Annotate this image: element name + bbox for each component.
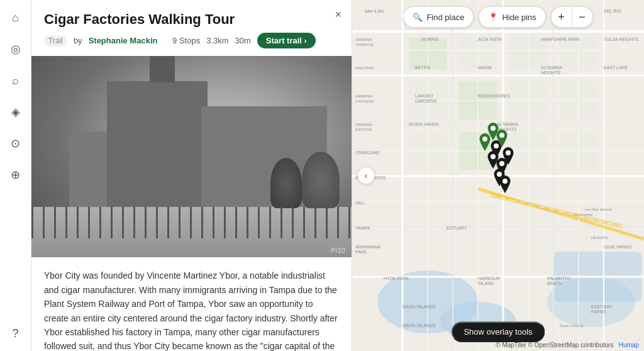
find-place-label: Find place xyxy=(426,13,464,22)
svg-text:HARBOUR: HARBOUR xyxy=(478,276,500,281)
svg-text:South 22nd St: South 22nd St xyxy=(560,324,584,328)
svg-text:RIVER HAVEN: RIVER HAVEN xyxy=(409,122,438,126)
panel-body: Ybor City was founded by Vincente Martin… xyxy=(31,257,352,351)
sidebar-item-home[interactable]: ⌂ xyxy=(6,8,26,28)
svg-text:ALTAMIRA: ALTAMIRA xyxy=(541,65,562,70)
humap-link[interactable]: Humap xyxy=(619,342,639,348)
svg-text:EAST BAY: EAST BAY xyxy=(591,304,613,309)
svg-text:ARRAWANA: ARRAWANA xyxy=(355,245,380,249)
svg-text:ANA PARK: ANA PARK xyxy=(355,66,374,70)
svg-text:ARMENIA: ARMENIA xyxy=(355,123,372,126)
sidebar-item-help[interactable]: ? xyxy=(6,323,26,343)
svg-text:CRABCAKE: CRABCAKE xyxy=(355,150,380,155)
svg-text:HEIGHTS: HEIGHTS xyxy=(591,236,608,240)
close-button[interactable]: × xyxy=(335,9,341,20)
map-collapse-button[interactable]: ‹ xyxy=(357,167,375,184)
svg-point-92 xyxy=(506,150,511,155)
map-pin-7[interactable] xyxy=(495,130,509,147)
svg-text:RIVERSHORES: RIVERSHORES xyxy=(478,94,510,98)
map-toolbar: 🔍 Find place 📍 Hide pins + − xyxy=(352,6,644,28)
photo-credit: P/10 xyxy=(331,247,345,254)
start-trail-button[interactable]: Start trail › xyxy=(257,33,316,48)
svg-text:BEACH: BEACH xyxy=(547,281,562,286)
distance-info: 3.3km xyxy=(206,36,228,45)
map-pin-6[interactable] xyxy=(501,147,515,165)
find-place-button[interactable]: 🔍 Find place xyxy=(403,6,474,28)
sidebar-item-search[interactable]: ⌕ xyxy=(6,70,26,91)
zoom-in-button[interactable]: + xyxy=(552,7,572,27)
sidebar-item-explore[interactable]: ◎ xyxy=(6,39,26,59)
svg-text:ESTUARY: ESTUARY xyxy=(447,226,467,230)
panel-description: Ybor City was founded by Vincente Martin… xyxy=(44,269,339,351)
svg-text:DILL: DILL xyxy=(355,201,365,205)
svg-text:DIXIE FARMS: DIXIE FARMS xyxy=(604,245,632,249)
stops-info: 9 Stops xyxy=(172,36,200,45)
svg-text:ISLAND: ISLAND xyxy=(478,281,494,286)
panel-title: Cigar Factories Walking Tour xyxy=(44,11,339,28)
svg-text:TAMPA: TAMPA xyxy=(355,226,370,230)
svg-text:DAVIS ISLANDS: DAVIS ISLANDS xyxy=(402,323,436,328)
author-name: Stephanie Mackin xyxy=(89,36,158,45)
svg-point-93 xyxy=(499,133,504,138)
zoom-controls: + − xyxy=(551,6,593,28)
detail-panel: × Cigar Factories Walking Tour Trail by … xyxy=(31,0,352,351)
panel-meta: Trail by Stephanie Mackin · 9 Stops 3.3k… xyxy=(44,33,339,48)
svg-text:TERRACE: TERRACE xyxy=(355,43,374,47)
svg-text:ARMENIA: ARMENIA xyxy=(355,38,372,42)
attribution-text: © MapTiler © OpenStreetMap contributors xyxy=(496,342,613,348)
duration-info: 30m xyxy=(235,36,251,45)
map-area: ake-Leto MARCO WOODCLEFT OAKHURST DEL RI… xyxy=(352,0,644,351)
zoom-out-button[interactable]: − xyxy=(572,7,592,27)
svg-text:HEIGHTS: HEIGHTS xyxy=(541,70,560,75)
sidebar-item-location[interactable]: ⊙ xyxy=(6,133,26,153)
svg-text:HAMPSHIRE PARK: HAMPSHIRE PARK xyxy=(541,37,580,42)
sidebar-item-add[interactable]: ⊕ xyxy=(6,165,26,185)
svg-text:LAMONT: LAMONT xyxy=(415,94,434,98)
svg-text:ARMENIA: ARMENIA xyxy=(355,94,372,98)
svg-text:GARDENS: GARDENS xyxy=(415,99,437,103)
svg-text:GARDENS: GARDENS xyxy=(355,99,374,103)
svg-text:TULSA HEIGHTS: TULSA HEIGHTS xyxy=(604,37,639,42)
search-icon: 🔍 xyxy=(413,13,423,22)
svg-text:FARMS: FARMS xyxy=(591,309,606,314)
sidebar: ⌂ ◎ ⌕ ◈ ⊙ ⊕ ? xyxy=(0,0,31,351)
map-pin-9[interactable] xyxy=(498,176,512,193)
svg-text:PALMETTO: PALMETTO xyxy=(547,276,571,281)
svg-text:ALTA VISTA: ALTA VISTA xyxy=(478,37,502,42)
svg-text:PARK: PARK xyxy=(355,250,367,254)
pin-icon: 📍 xyxy=(488,13,498,22)
svg-text:HYDE PARK: HYDE PARK xyxy=(384,276,409,281)
svg-text:Lee Roy Semon: Lee Roy Semon xyxy=(585,208,612,211)
sidebar-item-layers[interactable]: ◈ xyxy=(6,102,26,122)
svg-point-95 xyxy=(502,179,508,184)
overlay-tools-button[interactable]: Show overlay tools xyxy=(451,321,545,342)
panel-header: × Cigar Factories Walking Tour Trail by … xyxy=(31,0,352,56)
meta-sep1: · xyxy=(164,36,166,45)
hide-pins-label: Hide pins xyxy=(502,13,536,22)
trail-tag: Trail xyxy=(44,35,67,47)
svg-text:EAST LAKE: EAST LAKE xyxy=(604,65,628,70)
by-label: by xyxy=(74,36,82,45)
svg-text:ESTATES: ESTATES xyxy=(355,128,372,131)
trail-image: P/10 xyxy=(31,56,352,257)
svg-text:BETTIS: BETTIS xyxy=(415,65,431,70)
hide-pins-button[interactable]: 📍 Hide pins xyxy=(479,6,545,28)
svg-text:NORRIS: NORRIS xyxy=(421,37,439,42)
svg-text:MARIE: MARIE xyxy=(478,65,492,70)
svg-text:DAVIS ISLANDS: DAVIS ISLANDS xyxy=(402,304,436,309)
map-attribution: © MapTiler © OpenStreetMap contributors … xyxy=(496,342,639,348)
